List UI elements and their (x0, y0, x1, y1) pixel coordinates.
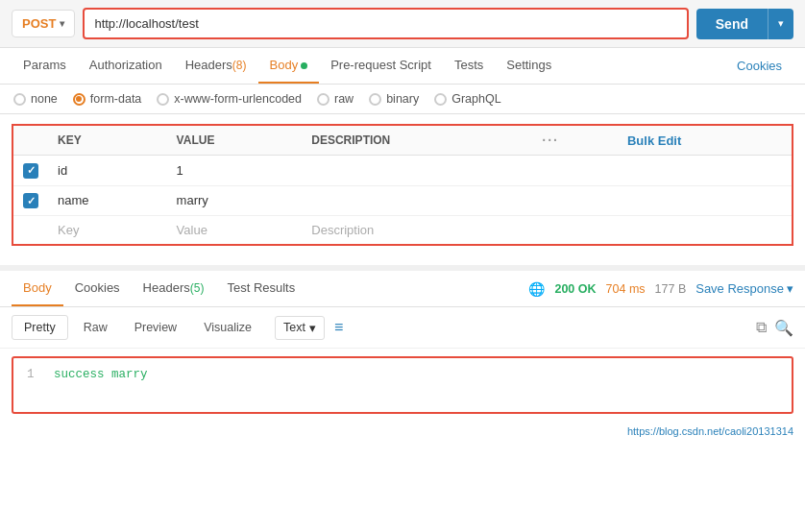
tab-body[interactable]: Body (258, 48, 320, 84)
row1-description[interactable] (302, 156, 532, 186)
placeholder-key[interactable]: Key (48, 216, 167, 246)
col-description: DESCRIPTION (302, 125, 532, 156)
row2-value[interactable]: marry (167, 185, 303, 216)
placeholder-value[interactable]: Value (167, 216, 303, 246)
bulk-edit-button[interactable]: Bulk Edit (627, 133, 681, 148)
resp-tab-body[interactable]: Body (12, 271, 63, 306)
code-line-1: 1 success marry (27, 368, 778, 381)
save-response-button[interactable]: Save Response ▾ (695, 281, 793, 296)
row1-value[interactable]: 1 (167, 156, 303, 186)
send-button[interactable]: Send (696, 9, 768, 39)
status-ok: 200 OK (554, 282, 596, 296)
tab-tests[interactable]: Tests (443, 48, 495, 84)
code-content: success marry (54, 368, 148, 381)
radio-urlencoded[interactable]: x-www-form-urlencoded (157, 92, 302, 106)
row2-checkbox-cell[interactable] (12, 185, 48, 216)
more-button[interactable]: ··· (542, 133, 559, 148)
search-icon[interactable]: 🔍 (774, 319, 793, 337)
top-bar: POST ▾ Send ▾ (0, 0, 805, 48)
status-time: 704 ms (606, 282, 646, 296)
tab-pre-request-script[interactable]: Pre-request Script (319, 48, 443, 84)
response-status-row: 🌐 200 OK 704 ms 177 B Save Response ▾ (528, 278, 793, 301)
row1-checkbox[interactable] (23, 163, 38, 179)
watermark: https://blog.csdn.net/caoli20131314 (0, 422, 805, 441)
tab-authorization[interactable]: Authorization (78, 48, 174, 84)
line-wrap-icon[interactable]: ≡ (334, 319, 343, 336)
body-active-dot (301, 62, 307, 69)
url-input-wrap (83, 8, 688, 39)
resp-body-tab-raw[interactable]: Raw (72, 316, 119, 339)
format-dropdown[interactable]: Text ▾ (275, 316, 325, 340)
line-number: 1 (27, 368, 40, 381)
resp-tab-cookies[interactable]: Cookies (63, 271, 132, 306)
radio-form-data-circle (73, 93, 85, 106)
response-body-tabs: Pretty Raw Preview Visualize Text ▾ ≡ ⧉ … (0, 307, 805, 349)
send-dropdown-button[interactable]: ▾ (768, 9, 793, 39)
response-area: Body Cookies Headers(5) Test Results 🌐 2… (0, 265, 805, 414)
status-size: 177 B (655, 282, 687, 296)
radio-binary[interactable]: binary (369, 92, 419, 106)
tab-headers[interactable]: Headers(8) (174, 48, 258, 84)
row2-key[interactable]: name (48, 185, 167, 216)
placeholder-description[interactable]: Description (302, 216, 532, 246)
method-chevron: ▾ (60, 18, 64, 29)
col-value: VALUE (167, 125, 303, 156)
resp-body-tab-pretty[interactable]: Pretty (12, 315, 68, 340)
response-code-area: 1 success marry (12, 356, 793, 414)
response-tabs-row: Body Cookies Headers(5) Test Results 🌐 2… (0, 271, 805, 307)
url-input[interactable] (85, 10, 686, 37)
col-key: KEY (48, 125, 167, 156)
params-table-wrap: KEY VALUE DESCRIPTION ··· Bulk Edit id 1 (0, 114, 805, 255)
resp-tab-headers[interactable]: Headers(5) (132, 271, 216, 306)
row1-key[interactable]: id (48, 156, 167, 186)
row2-description[interactable] (302, 185, 532, 216)
body-type-row: none form-data x-www-form-urlencoded raw… (0, 85, 805, 114)
globe-icon: 🌐 (528, 281, 545, 297)
resp-body-actions: ⧉ 🔍 (756, 319, 793, 337)
col-checkbox (12, 125, 48, 156)
table-placeholder-row: Key Value Description (12, 216, 793, 246)
radio-form-data[interactable]: form-data (73, 92, 142, 106)
nav-tabs: Params Authorization Headers(8) Body Pre… (0, 48, 805, 85)
col-bulk-edit[interactable]: Bulk Edit (618, 125, 793, 156)
radio-raw-circle (317, 93, 329, 106)
radio-binary-circle (369, 93, 381, 106)
format-chevron: ▾ (309, 321, 316, 335)
table-row: id 1 (12, 156, 793, 186)
radio-raw[interactable]: raw (317, 92, 354, 106)
tab-params[interactable]: Params (12, 48, 78, 84)
radio-urlencoded-circle (157, 93, 169, 106)
params-table: KEY VALUE DESCRIPTION ··· Bulk Edit id 1 (12, 124, 793, 246)
cookies-link[interactable]: Cookies (725, 49, 793, 83)
method-label: POST (22, 16, 56, 31)
radio-none-circle (13, 93, 26, 106)
method-selector[interactable]: POST ▾ (12, 10, 75, 37)
send-button-group: Send ▾ (696, 9, 793, 39)
tab-settings[interactable]: Settings (495, 48, 563, 84)
resp-body-tab-visualize[interactable]: Visualize (192, 316, 263, 339)
row1-checkbox-cell[interactable] (12, 156, 48, 186)
radio-none[interactable]: none (13, 92, 58, 106)
radio-graphql-circle (434, 93, 447, 106)
table-row: name marry (12, 185, 793, 216)
format-label: Text (283, 321, 305, 334)
resp-body-tab-preview[interactable]: Preview (123, 316, 188, 339)
resp-tab-test-results[interactable]: Test Results (215, 271, 306, 306)
row2-checkbox[interactable] (23, 193, 38, 208)
copy-icon[interactable]: ⧉ (756, 319, 767, 336)
radio-graphql[interactable]: GraphQL (434, 92, 500, 106)
col-more[interactable]: ··· (532, 125, 618, 156)
